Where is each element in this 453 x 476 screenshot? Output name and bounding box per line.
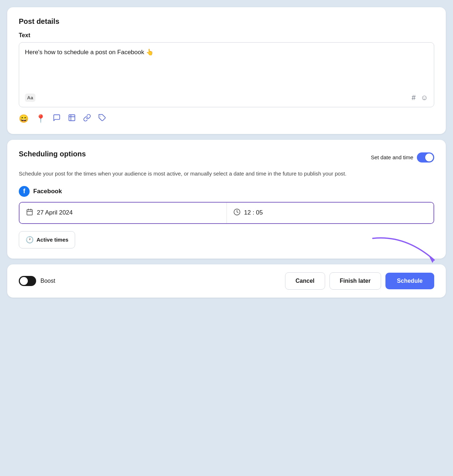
scheduling-description: Schedule your post for the times when yo… xyxy=(19,170,434,178)
boost-section: Boost xyxy=(19,276,55,286)
boost-label: Boost xyxy=(40,278,55,284)
emoji-picker-button[interactable]: ☺ xyxy=(421,94,428,102)
link-icon[interactable] xyxy=(83,114,91,124)
messenger-icon[interactable] xyxy=(53,114,61,124)
scheduling-header: Scheduling options Set date and time xyxy=(19,150,434,165)
boost-toggle[interactable] xyxy=(19,276,36,286)
date-value: 27 April 2024 xyxy=(37,209,73,216)
active-times-section: 🕐 Active times xyxy=(19,231,434,248)
active-times-clock-icon: 🕐 xyxy=(26,236,34,244)
post-details-title: Post details xyxy=(19,17,434,26)
active-times-label: Active times xyxy=(36,237,68,243)
text-format-button[interactable]: Aa xyxy=(25,94,35,102)
facebook-row: f Facebook xyxy=(19,186,434,197)
schedule-button[interactable]: Schedule xyxy=(385,273,434,289)
text-area-content: Here's how to schedule a post on Faceboo… xyxy=(25,48,428,89)
clock-icon xyxy=(233,208,241,217)
hashtag-button[interactable]: # xyxy=(411,94,415,102)
time-field[interactable]: 12 : 05 xyxy=(227,203,434,223)
hashtag-icon: # xyxy=(411,94,415,102)
boost-toggle-knob xyxy=(20,277,28,285)
location-icon[interactable]: 📍 xyxy=(36,114,46,124)
toggle-knob xyxy=(425,153,433,161)
time-value: 12 : 05 xyxy=(244,209,263,216)
emoji-picker-icon: ☺ xyxy=(421,94,428,102)
text-field-label: Text xyxy=(19,32,434,39)
scheduling-card: Scheduling options Set date and time Sch… xyxy=(7,140,446,259)
active-times-button[interactable]: 🕐 Active times xyxy=(19,231,75,248)
facebook-icon: f xyxy=(19,186,30,197)
analytics-icon[interactable] xyxy=(68,114,76,124)
tag-icon[interactable] xyxy=(98,114,106,124)
cancel-button[interactable]: Cancel xyxy=(285,272,325,290)
post-details-card: Post details Text Here's how to schedule… xyxy=(7,7,446,134)
emoji-media-icon[interactable]: 😄 xyxy=(19,114,29,124)
action-buttons: Cancel Finish later Schedule xyxy=(285,272,434,290)
arrow-annotation xyxy=(362,231,441,267)
datetime-row: 27 April 2024 12 : 05 xyxy=(19,202,434,224)
text-area-toolbar: Aa # ☺ xyxy=(25,94,428,102)
calendar-icon xyxy=(26,208,33,217)
media-toolbar: 😄 📍 xyxy=(19,114,434,124)
toggle-label: Set date and time xyxy=(371,154,413,160)
bottom-bar: Boost Cancel Finish later Schedule xyxy=(7,264,446,298)
text-area-container[interactable]: Here's how to schedule a post on Faceboo… xyxy=(19,42,434,107)
toggle-wrapper: Set date and time xyxy=(371,152,434,163)
finish-later-button[interactable]: Finish later xyxy=(329,272,381,290)
set-date-time-toggle[interactable] xyxy=(417,152,434,163)
scheduling-title: Scheduling options xyxy=(19,150,86,158)
text-area-right-icons: # ☺ xyxy=(411,94,428,102)
svg-rect-1 xyxy=(27,209,33,215)
facebook-label: Facebook xyxy=(33,188,62,195)
date-field[interactable]: 27 April 2024 xyxy=(20,203,227,223)
